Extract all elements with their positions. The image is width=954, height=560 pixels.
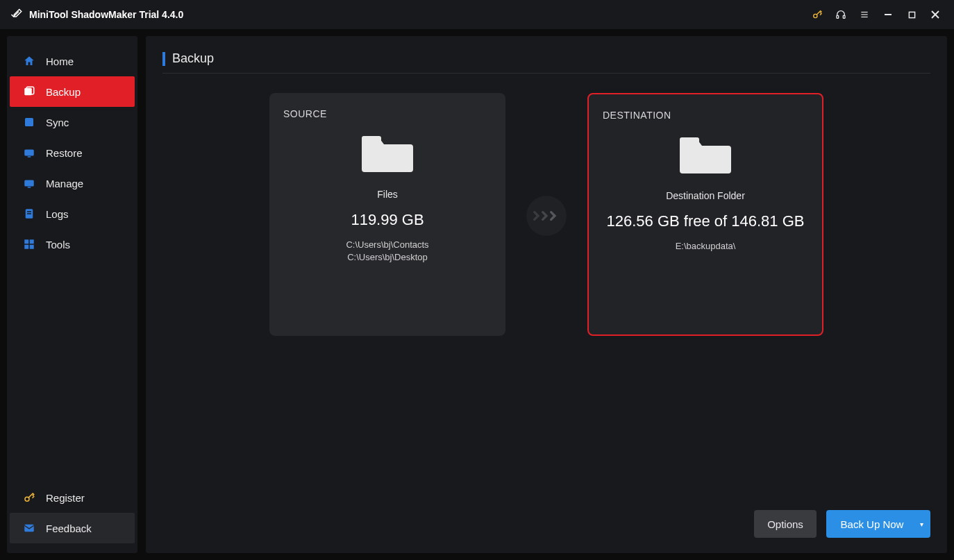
titlebar: MiniTool ShadowMaker Trial 4.4.0: [0, 0, 954, 29]
key-icon: [22, 491, 36, 504]
sidebar-item-tools[interactable]: Tools: [10, 229, 135, 260]
svg-rect-14: [28, 156, 31, 158]
header-accent-bar: [162, 52, 165, 66]
feedback-button[interactable]: Feedback: [10, 513, 135, 543]
logs-icon: [22, 207, 36, 221]
svg-rect-15: [24, 180, 34, 187]
sync-icon: [22, 115, 36, 129]
app-logo-icon: [10, 8, 24, 22]
page-title: Backup: [172, 51, 214, 66]
sidebar-item-label: Backup: [46, 86, 81, 98]
register-button[interactable]: Register: [10, 482, 135, 513]
source-type: Files: [377, 189, 398, 200]
sidebar-item-label: Manage: [46, 178, 83, 189]
license-key-icon[interactable]: [805, 4, 829, 25]
svg-rect-1: [837, 15, 839, 18]
folder-icon: [678, 132, 733, 178]
svg-rect-12: [25, 118, 33, 126]
sidebar-item-backup[interactable]: Backup: [10, 76, 135, 107]
svg-rect-7: [909, 12, 914, 17]
sidebar-item-logs[interactable]: Logs: [10, 198, 135, 229]
svg-rect-26: [362, 136, 381, 143]
minimize-icon[interactable]: [876, 4, 900, 25]
sidebar: Home Backup Sync Restore Manage Logs: [7, 36, 137, 553]
headset-icon[interactable]: [829, 4, 853, 25]
destination-path: E:\backupdata\: [676, 240, 736, 253]
window-title: MiniTool ShadowMaker Trial 4.4.0: [29, 9, 183, 20]
backup-now-button[interactable]: Back Up Now: [826, 510, 930, 538]
sidebar-item-sync[interactable]: Sync: [10, 107, 135, 137]
transfer-arrow-icon: [526, 196, 567, 236]
backup-icon: [22, 85, 36, 99]
manage-icon: [22, 176, 36, 190]
source-path-1: C:\Users\bj\Contacts: [346, 239, 428, 251]
source-card[interactable]: SOURCE Files 119.99 GB C:\Users\bj\Conta…: [269, 93, 505, 336]
maximize-icon[interactable]: [900, 4, 923, 25]
feedback-label: Feedback: [46, 523, 92, 534]
sidebar-item-label: Home: [46, 56, 74, 67]
sidebar-item-label: Restore: [46, 147, 83, 159]
close-icon[interactable]: [923, 4, 947, 25]
sidebar-item-home[interactable]: Home: [10, 46, 135, 76]
svg-rect-22: [24, 245, 28, 249]
sidebar-item-restore[interactable]: Restore: [10, 137, 135, 168]
sidebar-item-label: Logs: [46, 208, 69, 220]
register-label: Register: [46, 492, 85, 504]
source-path-2: C:\Users\bj\Desktop: [346, 251, 428, 264]
destination-label: DESTINATION: [603, 110, 671, 121]
main-panel: Backup SOURCE Files 119.99 GB C:\Users\b…: [146, 36, 947, 553]
svg-rect-27: [680, 137, 699, 144]
source-size: 119.99 GB: [351, 211, 424, 229]
svg-rect-13: [24, 150, 34, 156]
svg-rect-20: [24, 239, 28, 244]
svg-rect-2: [843, 15, 845, 18]
destination-type: Destination Folder: [666, 190, 745, 201]
sidebar-item-manage[interactable]: Manage: [10, 168, 135, 198]
sidebar-item-label: Sync: [46, 117, 69, 128]
destination-size: 126.56 GB free of 146.81 GB: [607, 212, 805, 230]
destination-card[interactable]: DESTINATION Destination Folder 126.56 GB…: [587, 93, 823, 336]
restore-icon: [22, 146, 36, 160]
menu-icon[interactable]: [853, 4, 876, 25]
tools-icon: [22, 237, 36, 251]
home-icon: [22, 54, 36, 68]
svg-rect-21: [30, 239, 34, 244]
folder-icon: [360, 130, 415, 176]
svg-rect-16: [28, 187, 31, 188]
svg-rect-23: [30, 245, 34, 249]
options-button[interactable]: Options: [754, 510, 817, 538]
sidebar-item-label: Tools: [46, 239, 70, 251]
source-label: SOURCE: [283, 108, 327, 119]
source-paths: C:\Users\bj\Contacts C:\Users\bj\Desktop: [346, 239, 428, 264]
page-header: Backup: [162, 51, 930, 74]
mail-icon: [22, 521, 36, 535]
